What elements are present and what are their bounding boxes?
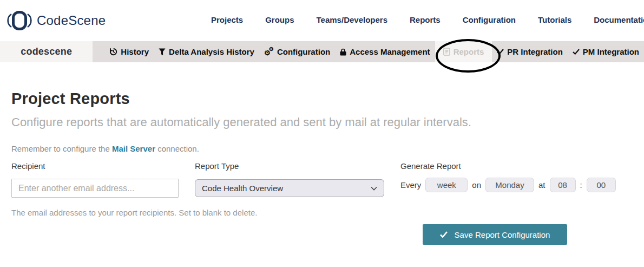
nav-configuration[interactable]: Configuration: [463, 15, 516, 24]
projnav-pr-integration[interactable]: PR Integration: [492, 41, 568, 62]
day-select[interactable]: Monday: [485, 178, 534, 192]
report-type-selected-value: Code Health Overview: [202, 184, 283, 193]
project-navbar: codescene History Delta Analysis History…: [0, 41, 644, 62]
codescene-logo[interactable]: CodeScene: [7, 9, 106, 32]
period-select[interactable]: week: [425, 178, 468, 192]
projnav-pm-integration[interactable]: PM Integration: [568, 41, 644, 62]
check-icon: [497, 49, 504, 55]
top-nav-items: Projects Groups Teams/Developers Reports…: [211, 15, 644, 24]
minute-select[interactable]: 00: [587, 178, 616, 192]
mail-server-note: Remember to configure the Mail Server co…: [11, 144, 199, 153]
project-name[interactable]: codescene: [21, 46, 72, 57]
project-nav-items: History Delta Analysis History ⚙⚙ Config…: [104, 41, 644, 62]
top-navbar: CodeScene Projects Groups Teams/Develope…: [0, 0, 644, 41]
recipient-email-input[interactable]: [11, 179, 179, 198]
projnav-delta-label: Delta Analysis History: [169, 47, 254, 56]
projnav-pm-label: PM Integration: [583, 47, 639, 56]
nav-projects[interactable]: Projects: [211, 15, 243, 24]
note-suffix: connection.: [155, 144, 199, 153]
note-prefix: Remember to configure the: [11, 144, 112, 153]
projnav-access-label: Access Management: [350, 47, 430, 56]
save-button-label: Save Report Configuration: [455, 230, 550, 239]
nav-reports[interactable]: Reports: [410, 15, 441, 24]
projnav-history[interactable]: History: [104, 41, 154, 62]
page-title: Project Reports: [11, 90, 130, 108]
report-type-label: Report Type: [195, 161, 239, 171]
codescene-logo-icon: [7, 9, 32, 32]
gears-icon: ⚙⚙: [264, 48, 274, 56]
projnav-access-management[interactable]: Access Management: [335, 41, 435, 62]
mail-server-link[interactable]: Mail Server: [112, 144, 155, 153]
projnav-history-label: History: [121, 47, 149, 56]
filter-icon: [159, 48, 166, 56]
page-subtitle: Configure reports that are automatically…: [11, 115, 471, 129]
check-icon: [440, 231, 448, 238]
time-separator: :: [580, 180, 582, 190]
projnav-delta-analysis-history[interactable]: Delta Analysis History: [154, 41, 259, 62]
nav-tutorials[interactable]: Tutorials: [538, 15, 571, 24]
projnav-pr-label: PR Integration: [507, 47, 563, 56]
projnav-configuration-label: Configuration: [277, 47, 330, 56]
every-label: Every: [400, 180, 421, 190]
on-label: on: [472, 180, 481, 190]
projnav-configuration[interactable]: ⚙⚙ Configuration: [259, 41, 335, 62]
recipient-help-text: The email addresses to your report recip…: [11, 208, 257, 217]
projnav-reports-label: Reports: [454, 47, 484, 56]
hour-select[interactable]: 08: [550, 178, 576, 192]
at-label: at: [538, 180, 546, 190]
nav-groups[interactable]: Groups: [265, 15, 294, 24]
file-icon: [443, 48, 450, 56]
generate-report-label: Generate Report: [400, 161, 461, 171]
projnav-reports-active[interactable]: Reports: [435, 41, 492, 62]
recipient-label: Recipient: [11, 161, 45, 171]
project-name-panel: codescene: [0, 41, 93, 62]
save-report-configuration-button[interactable]: Save Report Configuration: [423, 224, 567, 245]
chevron-down-icon: [371, 186, 377, 191]
brand-name: CodeScene: [37, 13, 106, 28]
app-window: CodeScene Projects Groups Teams/Develope…: [0, 0, 644, 267]
nav-teams-developers[interactable]: Teams/Developers: [317, 15, 387, 24]
report-type-select[interactable]: Code Health Overview: [195, 179, 384, 197]
lock-icon: [340, 48, 346, 56]
nav-documentation[interactable]: Documentation: [594, 15, 644, 24]
check-icon: [573, 49, 580, 55]
history-icon: [109, 48, 117, 56]
schedule-row: Every week on Monday at 08 : 00: [400, 178, 616, 192]
